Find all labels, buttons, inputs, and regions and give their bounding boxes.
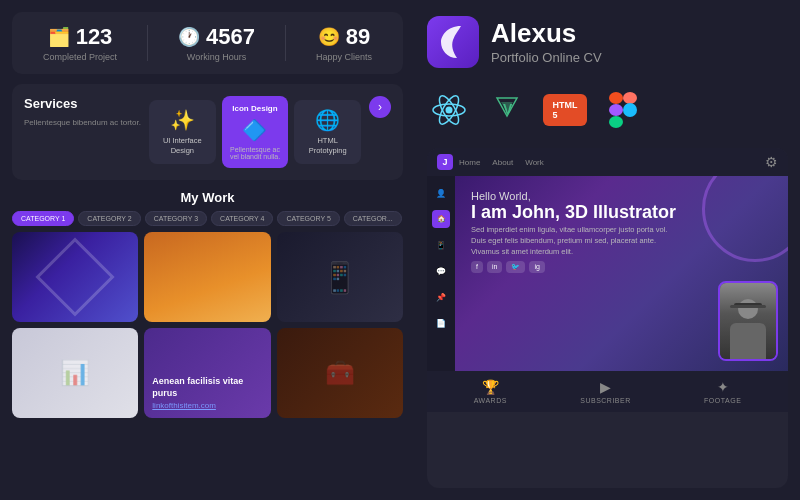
svg-rect-9 (609, 104, 623, 116)
mywork-title: My Work (12, 190, 403, 205)
svg-point-10 (623, 103, 637, 117)
preview-left-nav: 👤 🏠 📱 💬 📌 📄 (427, 176, 455, 371)
awards-label: AWARDS (474, 397, 507, 404)
portfolio-item-5-link[interactable]: linkofthisitem.com (152, 401, 262, 410)
stat-label-hours: Working Hours (187, 52, 246, 62)
social-instagram[interactable]: ig (529, 261, 544, 273)
svg-rect-11 (609, 116, 623, 128)
portfolio-item-3[interactable]: 📱 (277, 232, 403, 322)
ui-design-icon: ✨ (170, 108, 195, 132)
category-tabs: CATEGORY 1 CATEGORY 2 CATEGORY 3 CATEGOR… (12, 211, 403, 226)
completed-icon: 🗂️ (48, 26, 70, 48)
svg-point-12 (738, 299, 758, 319)
category-tab-2[interactable]: CATEGORY 2 (78, 211, 140, 226)
preview-social: f in 🐦 ig (471, 261, 772, 273)
services-section: Services Pellentesque bibendum ac tortor… (12, 84, 403, 180)
service-card-icon-sublabel: Pellentesque ac vel blandit nulla. (230, 146, 281, 160)
nav-home[interactable]: Home (459, 158, 480, 167)
svg-rect-15 (730, 305, 766, 308)
category-tab-6[interactable]: CATEGOR... (344, 211, 402, 226)
clients-icon: 😊 (318, 26, 340, 48)
preview-stats-bar: 🏆 AWARDS ▶ SUBSCRIBER ✦ FOOTAGE (427, 371, 788, 412)
social-twitter[interactable]: 🐦 (506, 261, 525, 273)
stat-hours: 🕐 4567 Working Hours (178, 24, 255, 62)
j-badge: J (437, 154, 453, 170)
brand-name: Alexus (491, 19, 602, 48)
stat-number-hours: 4567 (206, 24, 255, 50)
nav-work[interactable]: Work (525, 158, 544, 167)
brand-header: Alexus Portfolio Online CV (427, 12, 788, 72)
nav-dot-6[interactable]: 📄 (432, 314, 450, 332)
portfolio-item-2[interactable] (144, 232, 270, 322)
portfolio-preview: J Home About Work ⚙ 👤 🏠 📱 💬 📌 (427, 148, 788, 488)
services-title: Services (24, 96, 141, 111)
preview-stat-footage: ✦ FOOTAGE (704, 379, 741, 404)
social-facebook[interactable]: f (471, 261, 483, 273)
nav-dot-4[interactable]: 💬 (432, 262, 450, 280)
nav-dot-3[interactable]: 📱 (432, 236, 450, 254)
service-card-html-label: HTML Prototyping (302, 136, 353, 156)
html5-label: HTML5 (553, 100, 578, 120)
preview-greeting: Hello World, (471, 190, 772, 202)
service-card-html[interactable]: 🌐 HTML Prototyping (294, 100, 361, 164)
portfolio-item-5-title: Aenean facilisis vitae purus (152, 376, 262, 399)
stat-number-completed: 123 (76, 24, 113, 50)
brand-text: Alexus Portfolio Online CV (491, 19, 602, 65)
service-card-icon-label-top: Icon Design (232, 104, 277, 114)
social-linkedin[interactable]: in (487, 261, 502, 273)
portfolio-grid: 📱 📊 Aenean facilisis vitae purus linkoft… (12, 232, 403, 418)
svg-rect-8 (623, 92, 637, 104)
category-tab-5[interactable]: CATEGORY 5 (277, 211, 339, 226)
nav-about[interactable]: About (492, 158, 513, 167)
svg-rect-7 (609, 92, 623, 104)
portfolio-item-4[interactable]: 📊 (12, 328, 138, 418)
nav-dot-5[interactable]: 📌 (432, 288, 450, 306)
services-label-col: Services Pellentesque bibendum ac tortor… (24, 96, 141, 168)
main-container: 🗂️ 123 Completed Project 🕐 4567 Working … (0, 0, 800, 500)
brand-logo (427, 16, 479, 68)
vue-icon: V (485, 88, 529, 132)
services-next-button[interactable]: › (369, 96, 391, 118)
category-tab-3[interactable]: CATEGORY 3 (145, 211, 207, 226)
category-tab-4[interactable]: CATEGORY 4 (211, 211, 273, 226)
portfolio-item-1[interactable] (12, 232, 138, 322)
hours-icon: 🕐 (178, 26, 200, 48)
svg-point-0 (446, 107, 453, 114)
awards-icon: 🏆 (482, 379, 499, 395)
stats-row: 🗂️ 123 Completed Project 🕐 4567 Working … (12, 12, 403, 74)
stat-divider-2 (285, 25, 286, 61)
subscriber-label: SUBSCRIBER (580, 397, 631, 404)
preview-header: J Home About Work ⚙ (427, 148, 788, 176)
stat-number-clients: 89 (346, 24, 370, 50)
preview-name: I am John, 3D Illustrator (471, 202, 772, 224)
mywork-section: My Work CATEGORY 1 CATEGORY 2 CATEGORY 3… (12, 190, 403, 488)
settings-icon[interactable]: ⚙ (765, 154, 778, 170)
tech-icons-row: V HTML5 (427, 84, 788, 136)
category-tab-1[interactable]: CATEGORY 1 (12, 211, 74, 226)
avatar-silhouette (720, 283, 776, 359)
nav-dot-1[interactable]: 👤 (432, 184, 450, 202)
stat-label-clients: Happy Clients (316, 52, 372, 62)
svg-rect-13 (730, 323, 766, 361)
arrow-right-icon: › (378, 100, 382, 114)
preview-avatar (718, 281, 778, 361)
stat-label-completed: Completed Project (43, 52, 117, 62)
nav-dot-home[interactable]: 🏠 (432, 210, 450, 228)
stat-divider-1 (147, 25, 148, 61)
preview-main-content: Hello World, I am John, 3D Illustrator S… (455, 176, 788, 371)
service-card-ui[interactable]: ✨ UI Interface Design (149, 100, 216, 164)
services-desc: Pellentesque bibendum ac tortor. (24, 117, 141, 128)
figma-icon (601, 88, 645, 132)
portfolio-item-6[interactable]: 🧰 (277, 328, 403, 418)
react-icon (427, 88, 471, 132)
preview-stat-subscriber: ▶ SUBSCRIBER (580, 379, 631, 404)
stat-completed: 🗂️ 123 Completed Project (43, 24, 117, 62)
portfolio-item-5[interactable]: Aenean facilisis vitae purus linkofthisi… (144, 328, 270, 418)
service-card-icon-design[interactable]: Icon Design 🔷 Pellentesque ac vel blandi… (222, 96, 289, 168)
left-panel: 🗂️ 123 Completed Project 🕐 4567 Working … (0, 0, 415, 500)
preview-bio: Sed imperdiet enim ligula, vitae ullamco… (471, 224, 671, 258)
icon-design-icon: 🔷 (242, 118, 267, 142)
stat-clients: 😊 89 Happy Clients (316, 24, 372, 62)
subscriber-icon: ▶ (600, 379, 611, 395)
right-panel: Alexus Portfolio Online CV V (415, 0, 800, 500)
